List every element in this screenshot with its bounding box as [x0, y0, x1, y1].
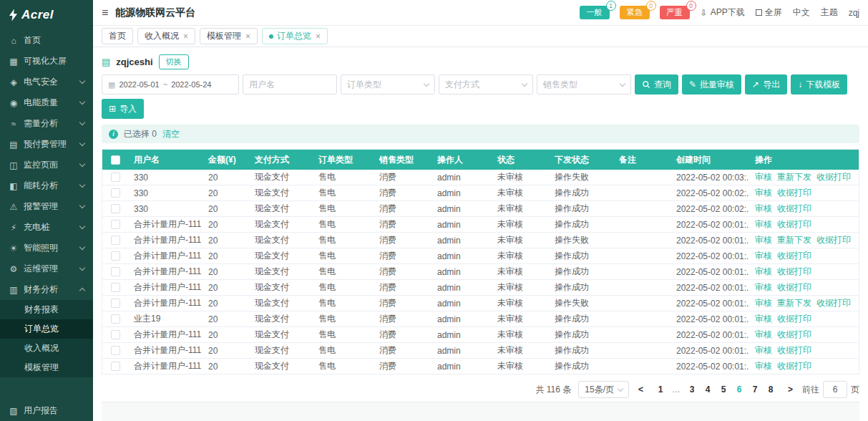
- username-input[interactable]: [249, 79, 331, 89]
- sidebar-item[interactable]: ▥ 财务分析: [0, 279, 93, 300]
- sidebar-item[interactable]: ▦ 可视化大屏: [0, 51, 93, 72]
- table-row[interactable]: 合并计量用户-111 20 现金支付 售电 消费 admin 未审核 操作成功 …: [102, 248, 859, 264]
- row-action-link[interactable]: 审核: [755, 298, 772, 308]
- row-checkbox[interactable]: [111, 362, 120, 371]
- pager-ellipsis[interactable]: …: [668, 381, 684, 398]
- select-all-checkbox[interactable]: [111, 155, 120, 165]
- table-row[interactable]: 业主19 20 现金支付 售电 消费 admin 未审核 操作成功 2022-0…: [102, 311, 859, 327]
- pager-number[interactable]: 1: [653, 381, 668, 398]
- row-action-link[interactable]: 审核: [755, 329, 772, 339]
- row-action-link[interactable]: 审核: [755, 361, 772, 371]
- pager-number[interactable]: 4: [700, 381, 716, 398]
- row-action-link[interactable]: 收据打印: [777, 361, 811, 371]
- table-row[interactable]: 合并计量用户-111 20 现金支付 售电 消费 admin 未审核 操作失败 …: [102, 233, 859, 248]
- table-row[interactable]: 330 20 现金支付 售电 消费 admin 未审核 操作成功 2022-05…: [102, 185, 859, 201]
- table-row[interactable]: 330 20 现金支付 售电 消费 admin 未审核 操作失败 2022-05…: [102, 170, 859, 185]
- row-action-link[interactable]: 收据打印: [777, 345, 811, 355]
- sidebar-item[interactable]: ⚙ 运维管理: [0, 258, 93, 279]
- alarm-badge[interactable]: 严重 0: [660, 6, 690, 19]
- row-action-link[interactable]: 收据打印: [777, 266, 811, 276]
- pay-type-select[interactable]: 支付方式: [439, 74, 533, 95]
- row-checkbox[interactable]: [111, 314, 120, 324]
- fullscreen-link[interactable]: 全屏: [756, 6, 782, 19]
- row-checkbox[interactable]: [111, 204, 120, 213]
- row-action-link[interactable]: 审核: [755, 345, 772, 355]
- sale-type-select[interactable]: 销售类型: [537, 74, 631, 95]
- alarm-badge[interactable]: 一般 1: [580, 6, 610, 19]
- row-checkbox[interactable]: [111, 299, 120, 308]
- row-action-link[interactable]: 审核: [755, 314, 772, 324]
- page-size-select[interactable]: 15条/页: [578, 381, 629, 398]
- row-checkbox[interactable]: [111, 220, 120, 229]
- table-row[interactable]: 合并计量用户-111 20 现金支付 售电 消费 admin 未审核 操作成功 …: [102, 280, 859, 296]
- row-checkbox[interactable]: [111, 330, 120, 339]
- row-action-link[interactable]: 重新下发: [777, 298, 811, 308]
- row-action-link[interactable]: 收据打印: [777, 251, 811, 261]
- sidebar-subitem[interactable]: 订单总览: [0, 319, 93, 339]
- row-action-link[interactable]: 收据打印: [777, 314, 811, 324]
- table-row[interactable]: 合并计量用户-111 20 现金支付 售电 消费 admin 未审核 操作失败 …: [102, 296, 859, 311]
- row-action-link[interactable]: 审核: [755, 188, 772, 198]
- import-button[interactable]: ⊞ 导入: [102, 99, 144, 119]
- tab-close-icon[interactable]: ×: [183, 32, 188, 42]
- row-action-link[interactable]: 审核: [755, 266, 772, 276]
- prev-page-button[interactable]: <: [636, 384, 645, 395]
- pager-number[interactable]: 3: [684, 381, 700, 398]
- row-checkbox[interactable]: [111, 283, 120, 292]
- row-action-link[interactable]: 收据打印: [777, 203, 811, 213]
- theme-switch[interactable]: 主题: [821, 6, 838, 19]
- row-action-link[interactable]: 审核: [755, 172, 772, 182]
- batch-audit-button[interactable]: ✎ 批量审核: [682, 74, 741, 95]
- row-action-link[interactable]: 收据打印: [777, 188, 811, 198]
- row-action-link[interactable]: 收据打印: [777, 329, 811, 339]
- tab-close-icon[interactable]: ×: [245, 32, 250, 42]
- row-action-link[interactable]: 收据打印: [816, 235, 851, 245]
- sidebar-item[interactable]: ◈ 电气安全: [0, 72, 93, 92]
- row-checkbox[interactable]: [111, 346, 120, 355]
- pager-number[interactable]: 6: [731, 381, 747, 398]
- row-checkbox[interactable]: [111, 267, 120, 276]
- clear-selection-link[interactable]: 清空: [162, 128, 180, 140]
- sidebar-subitem[interactable]: 模板管理: [0, 358, 93, 377]
- sidebar-item[interactable]: ◧ 能耗分析: [0, 175, 93, 196]
- tab[interactable]: 订单总览 ×: [262, 28, 328, 44]
- switch-project-button[interactable]: 切换: [159, 54, 189, 69]
- row-action-link[interactable]: 审核: [755, 282, 772, 292]
- table-row[interactable]: 合并计量用户-111 20 现金支付 售电 消费 admin 未审核 操作成功 …: [102, 327, 859, 343]
- pager-number[interactable]: 7: [747, 381, 763, 398]
- row-action-link[interactable]: 收据打印: [816, 298, 851, 308]
- row-checkbox[interactable]: [111, 188, 120, 198]
- row-action-link[interactable]: 审核: [755, 219, 772, 229]
- sidebar-item[interactable]: ⌂ 首页: [0, 30, 93, 51]
- tab-close-icon[interactable]: ×: [316, 32, 321, 42]
- sidebar-item[interactable]: ⚡ 充电桩: [0, 217, 93, 238]
- goto-page-input[interactable]: [823, 381, 847, 398]
- sidebar-item[interactable]: ≈ 需量分析: [0, 113, 93, 134]
- row-action-link[interactable]: 审核: [755, 203, 772, 213]
- order-type-select[interactable]: 订单类型: [341, 74, 435, 95]
- sidebar-item[interactable]: ◉ 电能质量: [0, 92, 93, 113]
- table-row[interactable]: 合并计量用户-111 20 现金支付 售电 消费 admin 未审核 操作成功 …: [102, 217, 859, 233]
- sidebar-item[interactable]: ☀ 智能照明: [0, 238, 93, 258]
- sidebar-subitem[interactable]: 财务报表: [0, 300, 93, 319]
- menu-toggle-icon[interactable]: ≡: [102, 6, 108, 19]
- table-row[interactable]: 合并计量用户-111 20 现金支付 售电 消费 admin 未审核 操作成功 …: [102, 343, 859, 359]
- table-row[interactable]: 合并计量用户-111 20 现金支付 售电 消费 admin 未审核 操作成功 …: [102, 264, 859, 280]
- row-action-link[interactable]: 审核: [755, 251, 772, 261]
- row-action-link[interactable]: 审核: [755, 235, 772, 245]
- row-action-link[interactable]: 收据打印: [816, 172, 851, 182]
- app-download-link[interactable]: ⇩ APP下载: [701, 6, 745, 19]
- row-action-link[interactable]: 收据打印: [777, 219, 811, 229]
- tab[interactable]: 收入概况 ×: [137, 28, 195, 44]
- sidebar-item[interactable]: ◫ 监控页面: [0, 155, 93, 175]
- row-action-link[interactable]: 收据打印: [777, 282, 811, 292]
- sidebar-item[interactable]: ▨ 用户报告: [0, 400, 93, 421]
- search-button[interactable]: 查询: [635, 74, 678, 95]
- pager-number[interactable]: 8: [763, 381, 779, 398]
- download-template-button[interactable]: ↓ 下载模板: [791, 74, 847, 95]
- row-action-link[interactable]: 重新下发: [777, 172, 811, 182]
- tab[interactable]: 首页: [102, 28, 133, 44]
- user-menu[interactable]: zqj: [849, 8, 859, 18]
- row-checkbox[interactable]: [111, 236, 120, 245]
- row-action-link[interactable]: 重新下发: [777, 235, 811, 245]
